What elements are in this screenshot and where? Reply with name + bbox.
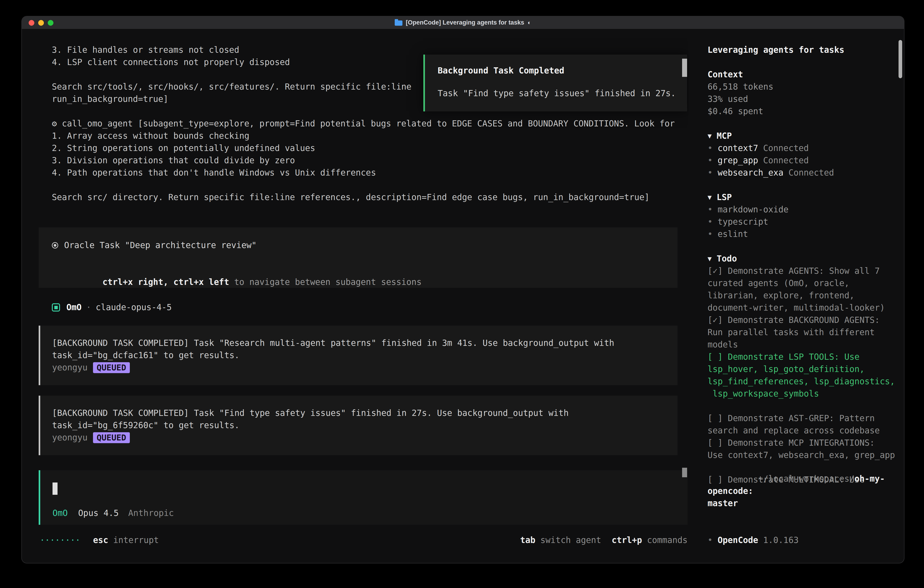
collapse-triangle-icon: ▼ xyxy=(708,130,712,142)
mcp-section-label: MCP xyxy=(717,130,732,142)
traffic-lights xyxy=(29,20,53,26)
context-used: 33% used xyxy=(708,93,896,105)
terminal-line xyxy=(22,179,688,191)
keyboard-hints: tab switch agent ctrl+p commands xyxy=(520,534,688,547)
mcp-status: Connected xyxy=(789,167,834,179)
app-name: OpenCode xyxy=(718,534,758,547)
notification-title: Background Task Completed xyxy=(438,64,687,77)
mcp-section-header[interactable]: ▼ MCP xyxy=(708,130,896,142)
message-meta-row: yeongyu QUEUED xyxy=(52,362,678,374)
bullet-icon: • xyxy=(708,154,713,167)
agent-header: OmO · claude-opus-4-5 xyxy=(52,301,688,314)
terminal-line: 2. String operations on potentially unde… xyxy=(22,142,688,154)
workspace-path: ~/local-workspaces/oh-my-opencode: maste… xyxy=(708,461,896,522)
esc-key-label: esc xyxy=(93,534,108,547)
mcp-status: Connected xyxy=(763,154,809,167)
sidebar-footer: ~/local-workspaces/oh-my-opencode: maste… xyxy=(708,461,896,547)
tool-call-line: ⚙call_omo_agent [subagent_type=explore, … xyxy=(22,117,688,130)
todo-item-background-agents: [✓] Demonstrate BACKGROUND AGENTS: Run p… xyxy=(708,314,896,351)
chat-scrollbar-thumb[interactable] xyxy=(682,59,687,77)
workspace-path-prefix: ~/local-workspaces/ xyxy=(758,474,855,484)
oracle-hint-keys: ctrl+x right, ctrl+x left xyxy=(102,277,229,287)
message-author: yeongyu xyxy=(52,362,87,374)
background-task-notification: Background Task Completed Task "Find typ… xyxy=(423,55,687,111)
ctrlp-key-label: ctrl+p xyxy=(612,534,642,547)
close-window-button[interactable] xyxy=(29,20,34,26)
agent-model: claude-opus-4-5 xyxy=(96,301,172,314)
status-bar: ········ esc interrupt tab switch agent … xyxy=(39,534,688,547)
window-title-group: [OpenCode] Leveraging agents for tasks ◐ xyxy=(395,19,531,26)
folder-icon xyxy=(395,20,403,26)
fisheye-icon xyxy=(52,242,58,249)
todo-section-header[interactable]: ▼ Todo xyxy=(708,253,896,265)
commands-hint: ctrl+p commands xyxy=(612,534,688,547)
mcp-item-context7: • context7 Connected xyxy=(708,142,896,154)
lsp-name: typescript xyxy=(718,216,768,228)
oracle-hint: ctrl+x right, ctrl+x left to navigate be… xyxy=(52,264,678,276)
tab-action-label: switch agent xyxy=(540,534,601,547)
context-spent: $0.46 spent xyxy=(708,105,896,117)
lsp-section-label: LSP xyxy=(717,191,732,203)
tab-key-label: tab xyxy=(520,534,535,547)
lsp-item-eslint: • eslint xyxy=(708,228,896,240)
oracle-task-title-row: Oracle Task "Deep architecture review" xyxy=(52,239,678,251)
lsp-section-header[interactable]: ▼ LSP xyxy=(708,191,896,203)
terminal-line: 1. Array access without bounds checking xyxy=(22,130,688,142)
tool-call-text: call_omo_agent [subagent_type=explore, p… xyxy=(62,119,675,129)
lsp-name: eslint xyxy=(718,228,748,240)
todo-item-ast-grep: [ ] Demonstrate AST-GREP: Pattern search… xyxy=(708,412,896,437)
queued-badge: QUEUED xyxy=(93,362,130,373)
text-cursor xyxy=(53,482,58,495)
message-author: yeongyu xyxy=(52,431,87,444)
context-tokens: 66,518 tokens xyxy=(708,81,896,93)
message-meta-row: yeongyu QUEUED xyxy=(52,431,678,444)
tab-hint: tab switch agent xyxy=(520,534,601,547)
window-title: [OpenCode] Leveraging agents for tasks xyxy=(406,19,524,26)
ctrlp-action-label: commands xyxy=(647,534,688,547)
mcp-name: grep_app xyxy=(718,154,758,167)
chat-pane: 3. File handles or streams not closed 4.… xyxy=(22,29,688,563)
provider-label: Anthropic xyxy=(128,507,174,519)
bullet-icon: • xyxy=(708,228,713,240)
todo-item-agents: [✓] Demonstrate AGENTS: Show all 7 curat… xyxy=(708,265,896,314)
active-agent-label: OmO xyxy=(53,507,68,519)
context-section-label: Context xyxy=(708,68,896,81)
collapse-triangle-icon: ▼ xyxy=(708,253,712,265)
esc-hint: esc interrupt xyxy=(93,534,159,547)
message-line: task_id="bg_6f59260c" to get results. xyxy=(52,419,678,431)
oracle-hint-text: to navigate between subagent sessions xyxy=(229,277,422,287)
todo-item-lsp-tools: [ ] Demonstrate LSP TOOLS: Use lsp_hover… xyxy=(708,351,896,400)
bullet-icon: • xyxy=(708,216,713,228)
message-background-task-2: [BACKGROUND TASK COMPLETED] Task "Find t… xyxy=(39,396,678,455)
lsp-item-markdown-oxide: • markdown-oxide xyxy=(708,203,896,216)
session-title: Leveraging agents for tasks xyxy=(708,44,896,56)
sidebar: Leveraging agents for tasks Context 66,5… xyxy=(688,29,904,563)
separator-dot: · xyxy=(86,301,91,314)
mcp-item-grep-app: • grep_app Connected xyxy=(708,154,896,167)
oracle-task-title: Oracle Task "Deep architecture review" xyxy=(64,239,256,251)
titlebar: [OpenCode] Leveraging agents for tasks ◐ xyxy=(22,17,904,29)
mcp-name: context7 xyxy=(718,142,758,154)
app-version-row: • OpenCode 1.0.163 xyxy=(708,534,896,547)
chat-scrollbar-thumb-lower[interactable] xyxy=(682,468,687,477)
esc-action-label: interrupt xyxy=(113,534,159,547)
lsp-item-typescript: • typescript xyxy=(708,216,896,228)
minimize-window-button[interactable] xyxy=(38,20,44,26)
gear-icon: ⚙ xyxy=(52,119,57,129)
sidebar-scrollbar-thumb[interactable] xyxy=(899,40,902,78)
notification-body: Task "Find type safety issues" finished … xyxy=(438,87,687,99)
omo-agent-icon xyxy=(52,303,60,312)
queued-badge: QUEUED xyxy=(93,432,130,443)
todo-section-label: Todo xyxy=(717,253,737,265)
spinner-dots-icon: ········ xyxy=(40,534,80,547)
oracle-task-box: Oracle Task "Deep architecture review" c… xyxy=(39,227,678,288)
zoom-window-button[interactable] xyxy=(48,20,53,26)
bullet-icon: • xyxy=(708,142,713,154)
prompt-input[interactable]: OmO Opus 4.5 Anthropic xyxy=(39,470,688,525)
todo-item-mcp-integrations: [ ] Demonstrate MCP INTEGRATIONS: Use co… xyxy=(708,437,896,461)
bullet-icon: • xyxy=(708,534,713,547)
terminal-line: 3. Division operations that could divide… xyxy=(22,154,688,167)
opencode-window: [OpenCode] Leveraging agents for tasks ◐… xyxy=(22,17,904,563)
message-line: [BACKGROUND TASK COMPLETED] Task "Find t… xyxy=(52,407,678,419)
message-line: [BACKGROUND TASK COMPLETED] Task "Resear… xyxy=(52,337,678,349)
